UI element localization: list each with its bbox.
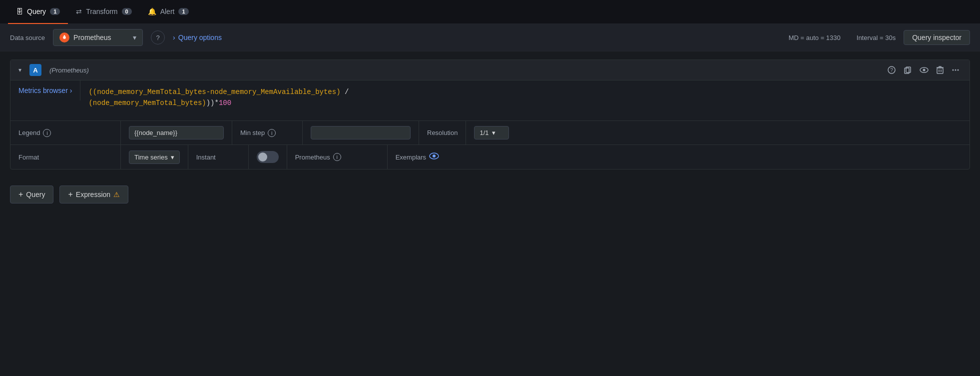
legend-info-icon[interactable]: i xyxy=(43,129,51,137)
format-select-cell: Time series ▾ xyxy=(121,146,188,168)
format-label: Format xyxy=(18,154,39,161)
query-inspector-label: Query inspector xyxy=(912,34,962,42)
svg-point-10 xyxy=(953,70,954,71)
help-icon: ? xyxy=(156,34,159,42)
prometheus-icon xyxy=(59,32,69,42)
tab-transform-badge: 0 xyxy=(122,8,132,15)
format-value: Time series xyxy=(134,154,168,161)
query-options-label: Query options xyxy=(178,34,222,42)
resolution-chevron-icon: ▾ xyxy=(492,129,495,136)
toggle-thumb xyxy=(258,152,267,162)
metrics-browser-arrow: › xyxy=(70,86,72,94)
svg-text:?: ? xyxy=(890,68,893,73)
query-inspector-button[interactable]: Query inspector xyxy=(904,30,970,45)
svg-point-1 xyxy=(63,36,66,39)
tab-alert-badge: 1 xyxy=(178,8,188,15)
svg-point-14 xyxy=(433,154,436,158)
query-letter-badge: A xyxy=(29,64,41,76)
instant-toggle[interactable] xyxy=(257,151,279,163)
query-code-editor[interactable]: ((node_memory_MemTotal_bytes-node_memory… xyxy=(80,80,970,120)
instant-label: Instant xyxy=(196,154,216,161)
bell-icon: 🔔 xyxy=(148,8,156,16)
query-visibility-button[interactable] xyxy=(918,64,931,76)
legend-input-cell xyxy=(121,122,232,144)
legend-cell: Legend i xyxy=(10,125,120,141)
query-options-button[interactable]: › Query options xyxy=(173,34,222,42)
format-row: Format Time series ▾ Instant Prometheus … xyxy=(10,145,970,169)
prometheus-cell: Prometheus i xyxy=(287,149,387,165)
tab-query-label: Query xyxy=(27,8,46,16)
help-button[interactable]: ? xyxy=(151,30,165,44)
format-select[interactable]: Time series ▾ xyxy=(129,150,180,164)
resolution-select[interactable]: 1/1 ▾ xyxy=(474,126,509,140)
min-step-info-icon[interactable]: i xyxy=(268,129,276,137)
plus-icon: + xyxy=(18,190,23,199)
svg-point-8 xyxy=(923,69,926,72)
tab-transform[interactable]: ⇄ Transform 0 xyxy=(68,0,139,24)
min-step-cell: Min step i xyxy=(232,125,302,141)
add-expression-button[interactable]: + Expression ⚠ xyxy=(59,186,128,204)
query-editor-row: Metrics browser › ((node_memory_MemTotal… xyxy=(10,80,970,121)
toggle-track xyxy=(257,151,279,163)
format-chevron-icon: ▾ xyxy=(171,154,174,161)
query-help-button[interactable]: ? xyxy=(886,64,898,76)
prometheus-query-label: Prometheus xyxy=(295,154,330,161)
format-cell: Format xyxy=(10,150,120,165)
min-step-label: Min step xyxy=(240,129,265,136)
query-header: ▾ A (Prometheus) ? xyxy=(10,60,970,80)
exemplars-eye-icon[interactable] xyxy=(429,152,439,162)
add-query-label: Query xyxy=(26,190,45,198)
chevron-down-icon: ▾ xyxy=(133,34,136,42)
legend-input[interactable] xyxy=(129,126,224,140)
tab-bar: 🗄 Query 1 ⇄ Transform 0 🔔 Alert 1 xyxy=(0,0,980,24)
code-span-2: / xyxy=(341,88,349,96)
min-step-input-cell xyxy=(303,122,419,144)
resolution-label: Resolution xyxy=(427,129,458,136)
svg-rect-2 xyxy=(64,35,65,36)
resolution-value: 1/1 xyxy=(480,129,489,136)
tab-alert-label: Alert xyxy=(160,8,175,16)
exemplars-label: Exemplars xyxy=(396,154,426,161)
datasource-name: Prometheus xyxy=(73,34,129,42)
interval-info-text: Interval = 30s xyxy=(857,34,896,42)
bottom-actions: + Query + Expression ⚠ xyxy=(0,178,980,212)
query-panel: ▾ A (Prometheus) ? xyxy=(10,60,970,170)
code-span-5: 100 xyxy=(219,99,231,107)
code-span-4: ))* xyxy=(206,99,219,107)
transform-icon: ⇄ xyxy=(76,8,82,16)
tab-query-badge: 1 xyxy=(50,8,60,15)
metrics-browser-button[interactable]: Metrics browser › xyxy=(10,80,80,100)
add-query-button[interactable]: + Query xyxy=(10,186,53,204)
svg-point-12 xyxy=(958,70,959,71)
code-line-1: ((node_memory_MemTotal_bytes-node_memory… xyxy=(88,86,962,98)
md-info-text: MD = auto = 1330 xyxy=(789,34,841,42)
resolution-select-cell: 1/1 ▾ xyxy=(466,122,517,144)
query-delete-button[interactable] xyxy=(935,64,946,76)
query-more-button[interactable] xyxy=(950,64,962,76)
min-step-input[interactable] xyxy=(311,126,411,140)
tab-alert[interactable]: 🔔 Alert 1 xyxy=(140,0,197,24)
add-expression-label: Expression xyxy=(76,190,110,198)
query-datasource-name: (Prometheus) xyxy=(49,66,89,74)
code-span-1: ((node_memory_MemTotal_bytes-node_memory… xyxy=(88,88,340,96)
tab-query[interactable]: 🗄 Query 1 xyxy=(8,0,68,24)
query-copy-button[interactable] xyxy=(902,64,914,76)
datasource-selector[interactable]: Prometheus ▾ xyxy=(53,29,143,46)
exemplars-cell: Exemplars xyxy=(388,148,447,166)
code-line-2: (node_memory_MemTotal_bytes)))*100 xyxy=(88,98,962,108)
tab-transform-label: Transform xyxy=(86,8,117,16)
datasource-label: Data source xyxy=(10,34,45,42)
prometheus-info-icon[interactable]: i xyxy=(333,153,341,161)
code-span-3: (node_memory_MemTotal_bytes) xyxy=(88,99,206,107)
svg-rect-9 xyxy=(937,68,943,74)
svg-point-11 xyxy=(955,70,957,71)
datasource-bar: Data source Prometheus ▾ ? › Query optio… xyxy=(0,24,980,52)
instant-cell: Instant xyxy=(188,150,248,165)
legend-row: Legend i Min step i Resolution 1/1 ▾ xyxy=(10,121,970,145)
warning-icon: ⚠ xyxy=(113,190,120,198)
collapse-button[interactable]: ▾ xyxy=(18,66,21,74)
metrics-browser-label: Metrics browser xyxy=(18,86,68,94)
chevron-right-icon: › xyxy=(173,34,175,42)
instant-toggle-cell xyxy=(249,147,287,167)
resolution-cell: Resolution xyxy=(419,125,466,140)
